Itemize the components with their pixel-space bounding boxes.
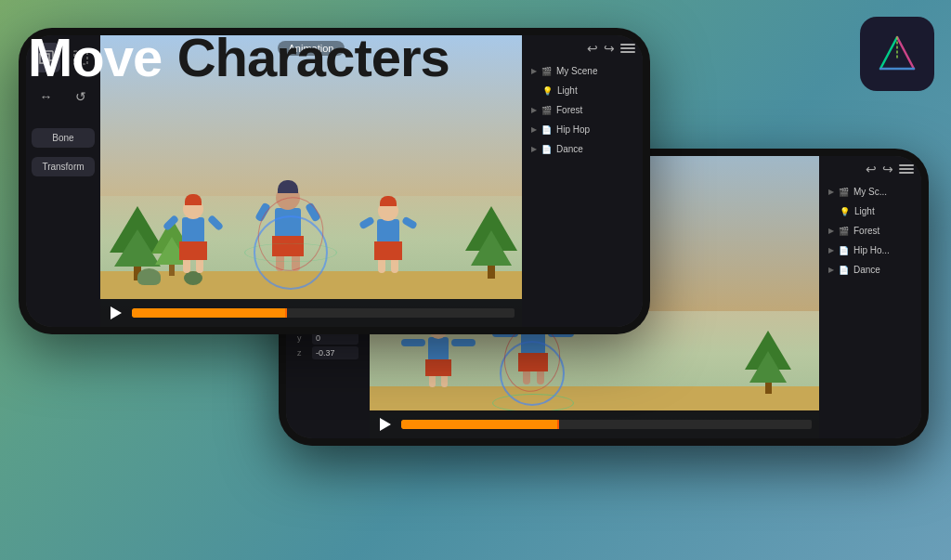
title-move: Move	[28, 27, 162, 87]
phone1-right-panel: ↩ ↪ ▶ 🎬 My Scene 💡 Light ▶ 🎬	[522, 35, 643, 327]
character-3	[374, 201, 402, 273]
phone2-scene-item-myscene[interactable]: ▶ 🎬 My Sc...	[819, 182, 921, 202]
phone1-scene-item-dance[interactable]: ▶ 📄 Dance	[522, 139, 643, 159]
phone2-field-z[interactable]: -0.37	[312, 346, 358, 359]
character-1	[179, 199, 207, 273]
phone2-scene-item-dance[interactable]: ▶ 📄 Dance	[819, 260, 921, 280]
phone1-transform-button[interactable]: Transform	[32, 157, 95, 176]
phone1-right-header: ↩ ↪	[522, 35, 643, 61]
phone2-menu-button[interactable]	[899, 164, 914, 174]
app-icon[interactable]	[860, 17, 934, 91]
phone2-scene-item-forest[interactable]: ▶ 🎬 Forest	[819, 221, 921, 241]
phone2-timeline	[370, 410, 819, 438]
phone1-scene-item-hiphop[interactable]: ▶ 📄 Hip Hop	[522, 120, 643, 139]
phone1-undo-button[interactable]: ↩	[587, 41, 598, 56]
phone1-bone-button[interactable]: Bone	[32, 128, 95, 148]
svg-line-1	[897, 37, 914, 69]
phone2-right-panel: ↩ ↪ ▶ 🎬 My Sc... 💡 Light ▶ 🎬 For	[819, 156, 921, 438]
phone2-scene-item-light[interactable]: 💡 Light	[819, 202, 921, 221]
phone2-redo-button[interactable]: ↪	[882, 162, 893, 176]
phone2-right-header: ↩ ↪	[819, 156, 921, 182]
svg-line-0	[880, 37, 897, 69]
phone2-scene-item-hiphop[interactable]: ▶ 📄 Hip Ho...	[819, 241, 921, 260]
phone2-tree-right	[745, 331, 791, 394]
phone1-timeline: 10	[100, 299, 522, 327]
title-area: Move Characters	[28, 26, 449, 88]
phone1-scene-item-myscene[interactable]: ▶ 🎬 My Scene	[522, 61, 643, 81]
phone1-redo-button[interactable]: ↪	[604, 41, 615, 56]
phone1-scene-item-light[interactable]: 💡 Light	[522, 81, 643, 100]
tree-right-1	[465, 206, 517, 279]
phone1-scene-item-forest[interactable]: ▶ 🎬 Forest	[522, 100, 643, 120]
phone2-undo-button[interactable]: ↩	[866, 162, 877, 176]
phone1-play-button[interactable]	[108, 305, 124, 321]
title-characters: Characters	[177, 27, 449, 87]
phone1-menu-button[interactable]	[620, 44, 635, 53]
phone2-play-button[interactable]	[377, 416, 394, 433]
